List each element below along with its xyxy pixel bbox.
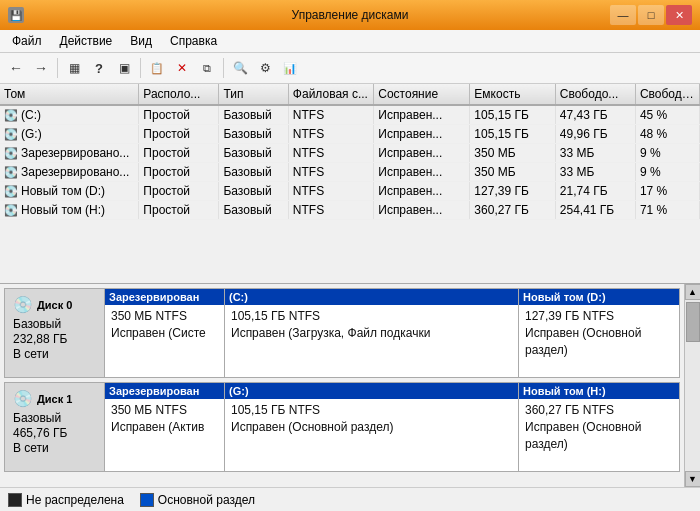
view-button[interactable]: ▦: [62, 56, 86, 80]
disk0-p1-line2: Исправен (Загрузка, Файл подкачки: [231, 325, 512, 342]
extra-button[interactable]: 📊: [278, 56, 302, 80]
table-cell: 17 %: [635, 182, 699, 201]
disk1-p1-header: (G:): [225, 383, 518, 399]
disk1-partition-2[interactable]: Новый том (H:) 360,27 ГБ NTFS Исправен (…: [519, 383, 679, 471]
settings-button[interactable]: ⚙: [253, 56, 277, 80]
disk0-partition-0[interactable]: Зарезервирован 350 МБ NTFS Исправен (Сис…: [105, 289, 225, 377]
disk1-p2-line2: Исправен (Основной раздел): [525, 419, 673, 453]
scroll-down[interactable]: ▼: [685, 471, 701, 487]
disk0-p0-line2: Исправен (Систе: [111, 325, 218, 342]
disk0-partition-2[interactable]: Новый том (D:) 127,39 ГБ NTFS Исправен (…: [519, 289, 679, 377]
table-cell: Простой: [139, 105, 219, 125]
table-cell: 💽(C:): [0, 105, 139, 125]
table-cell: Базовый: [219, 144, 288, 163]
legend-unallocated: Не распределена: [8, 493, 124, 507]
scrollbar[interactable]: ▲ ▼: [684, 284, 700, 487]
disk-table-section: Том Располо... Тип Файловая с... Состоян…: [0, 84, 700, 284]
disk0-size: 232,88 ГБ: [13, 332, 96, 346]
disk1-p2-header: Новый том (H:): [519, 383, 679, 399]
table-cell: Исправен...: [374, 105, 470, 125]
table-cell: Простой: [139, 182, 219, 201]
table-cell: 45 %: [635, 105, 699, 125]
menu-bar: Файл Действие Вид Справка: [0, 30, 700, 53]
back-button[interactable]: ←: [4, 56, 28, 80]
scroll-thumb[interactable]: [686, 302, 700, 342]
col-header-fs[interactable]: Файловая с...: [288, 84, 373, 105]
disk-visual-section: 💿 Диск 0 Базовый 232,88 ГБ В сети Зарезе…: [0, 284, 684, 487]
col-header-free[interactable]: Свободо...: [555, 84, 635, 105]
disk1-p0-line2: Исправен (Актив: [111, 419, 218, 436]
disk0-p2-line2: Исправен (Основной раздел): [525, 325, 673, 359]
table-cell: Базовый: [219, 201, 288, 220]
table-cell: 71 %: [635, 201, 699, 220]
menu-view[interactable]: Вид: [122, 32, 160, 50]
copy-button[interactable]: ⧉: [195, 56, 219, 80]
table-cell: Базовый: [219, 163, 288, 182]
col-header-tom[interactable]: Том: [0, 84, 139, 105]
forward-button[interactable]: →: [29, 56, 53, 80]
disk0-partition-1[interactable]: (C:) 105,15 ГБ NTFS Исправен (Загрузка, …: [225, 289, 519, 377]
table-cell: 9 %: [635, 144, 699, 163]
table-cell: 254,41 ГБ: [555, 201, 635, 220]
table-row[interactable]: 💽(C:)ПростойБазовыйNTFSИсправен...105,15…: [0, 105, 700, 125]
disk0-p1-header: (C:): [225, 289, 518, 305]
disk1-partitions: Зарезервирован 350 МБ NTFS Исправен (Акт…: [105, 383, 679, 471]
table-cell: 33 МБ: [555, 163, 635, 182]
export-button[interactable]: 📋: [145, 56, 169, 80]
table-cell: Исправен...: [374, 125, 470, 144]
col-header-freep[interactable]: Свободно %: [635, 84, 699, 105]
table-cell: Базовый: [219, 182, 288, 201]
help-button[interactable]: ?: [87, 56, 111, 80]
disk1-status: В сети: [13, 441, 96, 455]
app-icon: 💾: [8, 7, 24, 23]
window-title: Управление дисками: [0, 8, 700, 22]
table-cell: 💽(G:): [0, 125, 139, 144]
disk0-status: В сети: [13, 347, 96, 361]
close-button[interactable]: ✕: [666, 5, 692, 25]
table-cell: Простой: [139, 144, 219, 163]
legend-bar: Не распределена Основной раздел: [0, 487, 700, 511]
table-cell: NTFS: [288, 125, 373, 144]
table-cell: 105,15 ГБ: [470, 105, 555, 125]
search-button[interactable]: 🔍: [228, 56, 252, 80]
table-cell: Исправен...: [374, 163, 470, 182]
disk1-partition-0[interactable]: Зарезервирован 350 МБ NTFS Исправен (Акт…: [105, 383, 225, 471]
menu-action[interactable]: Действие: [52, 32, 121, 50]
disk1-title: Диск 1: [37, 393, 72, 405]
maximize-button[interactable]: □: [638, 5, 664, 25]
table-cell: NTFS: [288, 201, 373, 220]
view2-button[interactable]: ▣: [112, 56, 136, 80]
table-row[interactable]: 💽(G:)ПростойБазовыйNTFSИсправен...105,15…: [0, 125, 700, 144]
disk0-row: 💿 Диск 0 Базовый 232,88 ГБ В сети Зарезе…: [4, 288, 680, 378]
menu-file[interactable]: Файл: [4, 32, 50, 50]
disk1-p1-line1: 105,15 ГБ NTFS: [231, 402, 512, 419]
disk0-p2-line1: 127,39 ГБ NTFS: [525, 308, 673, 325]
disk0-p0-header: Зарезервирован: [105, 289, 224, 305]
table-cell: 9 %: [635, 163, 699, 182]
col-header-size[interactable]: Емкость: [470, 84, 555, 105]
table-cell: Простой: [139, 201, 219, 220]
disk1-partition-1[interactable]: (G:) 105,15 ГБ NTFS Исправен (Основной р…: [225, 383, 519, 471]
minimize-button[interactable]: —: [610, 5, 636, 25]
table-cell: NTFS: [288, 144, 373, 163]
table-row[interactable]: 💽Зарезервировано...ПростойБазовыйNTFSИсп…: [0, 144, 700, 163]
table-cell: NTFS: [288, 105, 373, 125]
table-cell: 48 %: [635, 125, 699, 144]
legend-primary: Основной раздел: [140, 493, 255, 507]
col-header-rasp[interactable]: Располо...: [139, 84, 219, 105]
disk1-type: Базовый: [13, 411, 96, 425]
menu-help[interactable]: Справка: [162, 32, 225, 50]
table-row[interactable]: 💽Зарезервировано...ПростойБазовыйNTFSИсп…: [0, 163, 700, 182]
col-header-state[interactable]: Состояние: [374, 84, 470, 105]
col-header-tip[interactable]: Тип: [219, 84, 288, 105]
table-cell: 💽Новый том (H:): [0, 201, 139, 220]
table-row[interactable]: 💽Новый том (D:)ПростойБазовыйNTFSИсправе…: [0, 182, 700, 201]
legend-unallocated-box: [8, 493, 22, 507]
disk1-size: 465,76 ГБ: [13, 426, 96, 440]
disk1-label: 💿 Диск 1 Базовый 465,76 ГБ В сети: [5, 383, 105, 471]
table-row[interactable]: 💽Новый том (H:)ПростойБазовыйNTFSИсправе…: [0, 201, 700, 220]
scroll-up[interactable]: ▲: [685, 284, 701, 300]
disk0-title: Диск 0: [37, 299, 72, 311]
table-cell: Простой: [139, 163, 219, 182]
delete-button[interactable]: ✕: [170, 56, 194, 80]
